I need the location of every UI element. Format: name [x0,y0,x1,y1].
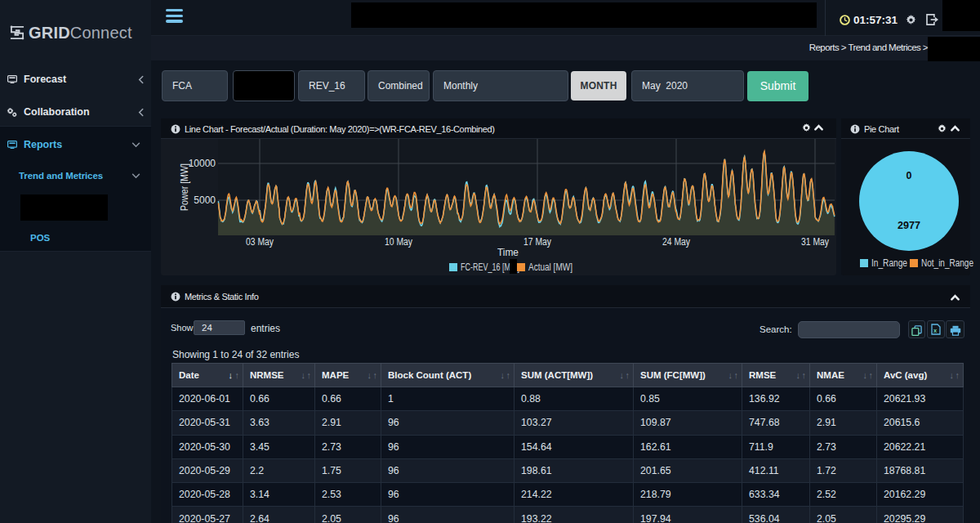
svg-text:In_Range: In_Range [871,257,907,269]
svg-text:10000: 10000 [189,158,216,169]
svg-text:03 May: 03 May [246,236,274,248]
svg-text:24 May: 24 May [662,236,690,248]
svg-text:31 May: 31 May [801,236,829,248]
svg-text:Power [MW]: Power [MW] [179,163,190,211]
svg-text:Time: Time [497,247,519,258]
svg-text:x: x [933,327,938,334]
svg-text:2977: 2977 [898,219,920,231]
svg-text:0: 0 [906,170,912,181]
svg-text:10 May: 10 May [385,236,412,248]
svg-text:17 May: 17 May [523,236,551,248]
svg-text:5000: 5000 [194,194,216,206]
svg-text:Not_in_Range: Not_in_Range [921,257,973,269]
svg-text:Actual [MW]: Actual [MW] [528,262,572,273]
